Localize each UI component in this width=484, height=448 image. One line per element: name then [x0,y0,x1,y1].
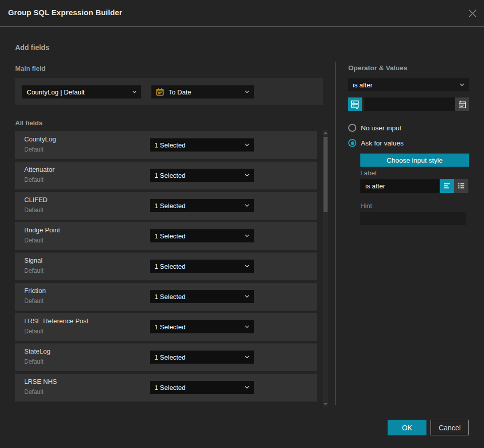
fields-scrollbar[interactable] [323,130,328,407]
calendar-icon [156,88,164,96]
field-selection-value: 1 Selected [154,263,242,270]
field-name: CountyLog [24,135,56,143]
chevron-down-icon [245,325,249,328]
date-option-select[interactable]: To Date [151,85,254,98]
operator-values-heading: Operator & Values [348,64,407,72]
chevron-down-icon [245,143,249,146]
operator-select-value: is after [353,81,457,89]
field-selection-value: 1 Selected [154,232,242,240]
field-row-attenuator: Attenuator Default 1 Selected [15,162,317,189]
scrollbar-thumb[interactable] [324,137,328,212]
radio-unselected-icon [348,124,356,132]
field-type: Default [24,207,43,214]
date-option-select-value: To Date [169,88,242,96]
field-type: Default [24,388,43,395]
chevron-down-icon [245,234,249,237]
field-type: Default [24,146,43,153]
ok-button[interactable]: OK [388,420,426,435]
main-field-label: Main field [15,65,45,72]
panel-divider [335,62,336,405]
hint-input[interactable] [360,212,466,225]
field-selection-dropdown[interactable]: 1 Selected [150,169,254,182]
field-name: StateLog [24,347,50,355]
field-selection-value: 1 Selected [154,172,242,179]
label-input[interactable] [360,179,439,193]
align-left-icon [443,182,451,190]
field-selection-dropdown[interactable]: 1 Selected [150,381,254,394]
choose-input-style-button[interactable]: Choose input style [360,154,469,167]
field-row-friction: Friction Default 1 Selected [15,283,317,311]
field-type: Default [24,328,43,335]
field-selection-dropdown[interactable]: 1 Selected [150,320,254,333]
main-field-select[interactable]: CountyLog | Default [22,85,141,98]
unique-values-button[interactable] [348,97,362,111]
chevron-down-icon [245,356,249,359]
field-selection-dropdown[interactable]: 1 Selected [150,290,254,303]
label-field-label: Label [360,169,377,177]
date-picker-button[interactable] [455,97,469,111]
field-row-countylog: CountyLog Default 1 Selected [15,131,317,159]
field-row-lrse-reference-post: LRSE Reference Post Default 1 Selected [15,313,317,341]
main-field-select-value: CountyLog | Default [27,88,129,96]
field-type: Default [24,176,43,183]
single-line-style-button[interactable] [440,179,454,193]
field-type: Default [24,297,43,305]
field-type: Default [24,358,43,365]
field-row-lrse-nhs: LRSE NHS Default 1 Selected [15,374,317,402]
field-selection-value: 1 Selected [154,141,242,149]
field-name: Friction [24,287,46,294]
field-row-clifed: CLIFED Default 1 Selected [15,192,317,220]
field-selection-value: 1 Selected [154,354,242,361]
field-selection-dropdown[interactable]: 1 Selected [150,138,254,152]
field-selection-dropdown[interactable]: 1 Selected [150,199,254,212]
operator-select[interactable]: is after [348,78,469,91]
radio-ask-for-values-label: Ask for values [361,139,404,147]
field-selection-value: 1 Selected [154,384,242,391]
scroll-down-icon[interactable] [324,403,328,405]
chevron-down-icon [245,174,249,177]
chevron-down-icon [245,90,249,93]
calendar-icon [458,101,466,109]
chevron-down-icon [245,386,249,389]
radio-no-user-input[interactable]: No user input [348,124,401,132]
dialog-title: Group SQL Expression Builder [8,8,122,17]
radio-selected-icon [348,139,356,147]
field-selection-value: 1 Selected [154,323,242,331]
close-button[interactable] [468,9,477,18]
list-style-button[interactable] [454,179,468,193]
field-selection-dropdown[interactable]: 1 Selected [150,260,254,273]
field-selection-value: 1 Selected [154,202,242,210]
field-selection-dropdown[interactable]: 1 Selected [150,229,254,242]
group-sql-expression-builder-dialog: { "dialog": { "title": "Group SQL Expres… [0,0,484,448]
field-name: CLIFED [24,196,47,204]
field-type: Default [24,267,43,274]
unique-values-icon [350,99,360,109]
chevron-down-icon [245,265,249,268]
chevron-down-icon [245,204,249,207]
chevron-down-icon [460,83,464,86]
value-input[interactable] [364,97,455,111]
hint-field-label: Hint [360,202,372,210]
chevron-down-icon [245,295,249,298]
field-row-statelog: StateLog Default 1 Selected [15,343,317,371]
field-selection-dropdown[interactable]: 1 Selected [150,351,254,364]
field-name: Attenuator [24,166,55,173]
all-fields-label: All fields [15,119,42,127]
field-type: Default [24,237,43,244]
bullet-list-icon [457,182,465,190]
field-selection-value: 1 Selected [154,293,242,301]
field-row-signal: Signal Default 1 Selected [15,253,317,280]
chevron-down-icon [132,90,137,93]
field-name: Signal [24,257,42,264]
close-icon [468,9,477,18]
field-name: Bridge Point [24,226,60,234]
field-row-bridge-point: Bridge Point Default 1 Selected [15,222,317,250]
cancel-button[interactable]: Cancel [431,420,469,435]
field-name: LRSE Reference Post [24,317,88,325]
scroll-up-icon[interactable] [324,132,328,134]
radio-no-user-input-label: No user input [361,124,401,132]
field-name: LRSE NHS [24,378,57,385]
dialog-titlebar: Group SQL Expression Builder [0,0,484,27]
main-field-panel: CountyLog | Default To Date [15,78,323,105]
radio-ask-for-values[interactable]: Ask for values [348,139,404,147]
